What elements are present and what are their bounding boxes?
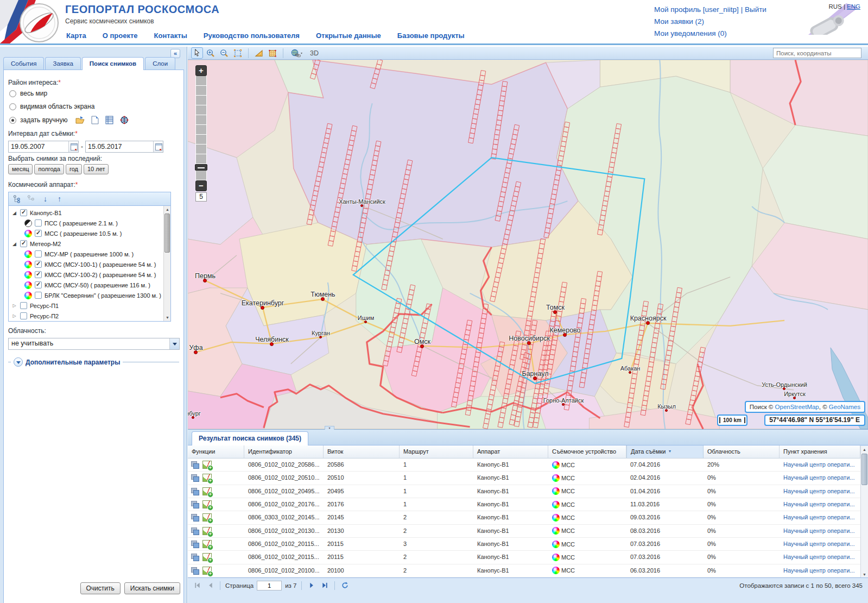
layers-icon[interactable] [191,527,199,535]
zoom-slider-handle[interactable] [195,164,207,171]
radio-icon[interactable] [9,103,16,110]
layers-icon[interactable] [191,514,199,521]
tree-scrollbar[interactable]: ▲ ▼ [163,206,170,321]
tree-node[interactable]: КМСС (МСУ-100-1) ( разрешение 54 м. ) [11,259,162,269]
measure-area-button[interactable] [267,47,278,59]
zoom-track[interactable] [195,105,207,115]
table-row[interactable]: 0806_0102_0102_20176...201761Канопус-В1М… [188,498,860,511]
period-button[interactable]: месяц [8,164,33,174]
storage-link[interactable]: Научный центр операти... [780,551,860,563]
my-notifications-link[interactable]: Мои уведомления (0) [654,29,727,37]
checkbox[interactable] [35,271,42,278]
expand-all-icon[interactable] [12,194,22,204]
layers-icon[interactable] [191,474,199,481]
refresh-icon[interactable] [340,581,350,591]
layers-icon[interactable] [191,554,199,561]
table-row[interactable]: 0806_0102_0102_20510...205101Канопус-В1М… [188,472,860,485]
add-image-icon[interactable] [202,461,212,469]
collapse-all-icon[interactable] [27,194,36,204]
calendar-icon[interactable] [153,141,163,152]
layers-icon[interactable] [191,567,199,574]
zoom-track[interactable] [195,115,207,125]
geonames-link[interactable]: GeoNames [829,404,860,410]
table-row[interactable]: 0806_0102_0102_20495...204951Канопус-В1М… [188,485,860,498]
tree-node[interactable]: КМСС (МСУ-50) ( разрешение 116 м. ) [11,280,162,290]
checkbox[interactable] [35,281,42,288]
nav-link[interactable]: Контакты [154,32,187,40]
search-images-button[interactable]: Искать снимки [124,582,180,594]
page-number-input[interactable] [257,581,282,591]
openstreetmap-link[interactable]: OpenStreetMap [775,404,819,410]
tree-node[interactable]: МСУ-МР ( разрешение 1000 м. ) [11,249,162,259]
zoom-track[interactable] [195,76,207,86]
calendar-icon[interactable] [68,141,78,152]
checkbox[interactable] [35,250,42,257]
storage-link[interactable]: Научный центр операти... [780,472,860,484]
column-header[interactable]: Съёмочное устройство [548,445,626,458]
period-button[interactable]: полгода [34,164,64,174]
checkbox[interactable] [20,240,27,247]
nav-link[interactable]: Базовые продукты [397,32,465,40]
coordinates-table-icon[interactable] [105,116,115,124]
sidebar-tab[interactable]: Поиск снимков [82,57,144,70]
zoom-in-button[interactable]: + [195,65,207,76]
zoom-track[interactable] [195,135,207,145]
zoom-out-button[interactable]: − [195,180,207,191]
period-button[interactable]: 10 лет [84,164,109,174]
table-row[interactable]: 0806_0102_0102_20115...201153Канопус-В1М… [188,538,860,551]
checkbox[interactable] [35,219,42,227]
table-row[interactable]: 0806_0102_0102_20586...205861Канопус-В1М… [188,458,860,472]
scroll-up-icon[interactable]: ▲ [861,446,868,453]
column-header[interactable]: Маршрут [400,445,473,458]
table-row[interactable]: 0806_0102_0102_20115...201152Канопус-В1М… [188,551,860,564]
lang-eng[interactable]: ENG [847,3,860,10]
tree-node[interactable]: ◢Канопус-В1 [11,208,162,218]
nav-link[interactable]: Открытые данные [316,32,381,40]
nav-link[interactable]: Карта [66,32,86,40]
add-image-icon[interactable] [202,513,212,522]
lang-rus[interactable]: RUS [828,3,841,10]
zoom-track[interactable] [195,145,207,154]
tree-node[interactable]: ◢Метеор-М2 [11,238,162,249]
column-header[interactable]: Аппарат [473,445,548,458]
sidebar-tab[interactable]: Заявка [45,57,80,70]
zoom-extent-tool-button[interactable] [232,47,244,59]
zoom-track[interactable] [195,96,207,105]
last-page-button[interactable] [320,581,330,591]
column-header[interactable]: Пункт хранения [780,445,860,458]
tree-node[interactable]: ▷Ресурс-П2 [11,311,162,321]
table-row[interactable]: 0806_0102_0102_20130...201302Канопус-В1М… [188,525,860,538]
storage-link[interactable]: Научный центр операти... [780,525,860,537]
radio-icon[interactable] [9,90,16,97]
scroll-down-icon[interactable]: ▼ [164,314,170,321]
logout-link[interactable]: Выйти [745,5,766,14]
zoom-in-tool-button[interactable] [205,47,217,59]
column-header[interactable]: Функции [188,445,244,458]
draw-polygon-icon[interactable] [90,116,100,124]
add-image-icon[interactable] [202,540,212,548]
add-image-icon[interactable] [202,567,212,575]
layers-icon[interactable] [191,488,199,495]
column-header[interactable]: Виток [324,445,400,458]
nav-link[interactable]: О проекте [103,32,138,40]
storage-link[interactable]: Научный центр операти... [780,458,860,471]
zoom-track[interactable] [195,154,207,164]
zoom-track[interactable] [195,86,207,96]
prev-page-button[interactable] [205,581,215,591]
storage-link[interactable]: Научный центр операти... [780,564,860,577]
tree-node[interactable]: КМСС (МСУ-100-2) ( разрешение 54 м. ) [11,269,162,280]
clear-button[interactable]: Очистить [80,582,121,594]
storage-link[interactable]: Научный центр операти... [780,498,860,511]
checkbox[interactable] [20,302,27,309]
add-image-icon[interactable] [202,553,212,561]
radio-visible-area[interactable]: видимая область экрана [9,103,179,110]
table-scrollbar[interactable]: ▲ ▼ [860,446,868,578]
radio-set-manually[interactable]: задать вручную [9,116,179,124]
additional-params-toggle[interactable] [14,357,23,367]
column-header[interactable]: Дата съёмки▼ [626,445,704,458]
mode-3d-button[interactable]: 3D [310,49,319,57]
sidebar-tab[interactable]: Слои [145,57,175,70]
tree-node[interactable]: ▷Ресурс-П1 [11,300,162,311]
column-header[interactable]: Идентификатор [244,445,324,458]
add-image-icon[interactable] [202,500,212,508]
